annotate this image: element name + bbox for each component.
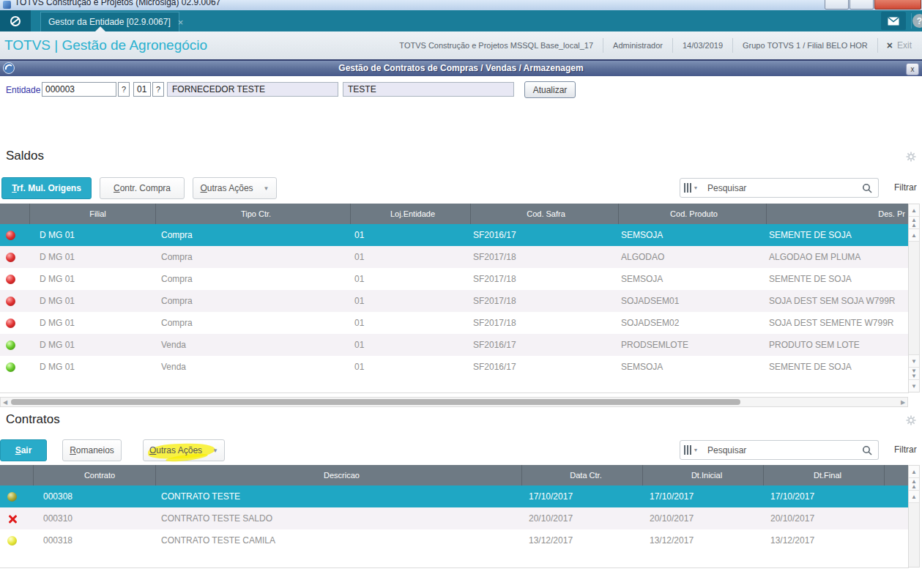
header-meta: TOTVS Construção e Projetos MSSQL Base_l…	[390, 31, 921, 59]
status-red-icon	[6, 319, 15, 328]
status-red-icon	[6, 253, 15, 262]
app-title: TOTVS | Gestão de Agronegócio	[4, 37, 207, 53]
entity-code-input[interactable]	[42, 82, 116, 97]
column-header-descricao[interactable]: Descricao	[155, 465, 521, 485]
window-title: TOTVS Construção e Projetos (Microsiga) …	[15, 0, 220, 7]
status-green-icon	[6, 340, 15, 350]
scroll-page-up-icon[interactable]: ▲▲	[909, 217, 919, 229]
exit-label: Exit	[897, 40, 912, 51]
column-header-dt-final[interactable]: Dt.Final	[763, 465, 884, 485]
app-icon	[3, 1, 11, 9]
column-header-contrato[interactable]: Contrato	[33, 465, 155, 485]
scroll-up-icon[interactable]: ▲	[909, 229, 919, 242]
scroll-left-icon[interactable]: ◀	[1, 398, 10, 406]
tab-label: Gestor da Entidade [02.9.0067]	[48, 17, 171, 27]
minimize-button[interactable]	[825, 0, 849, 10]
search-icon[interactable]	[862, 183, 872, 193]
date-label: 14/03/2019	[673, 41, 732, 50]
columns-icon	[684, 183, 691, 193]
totvs-logo-icon[interactable]	[0, 10, 31, 31]
close-window-button[interactable]	[874, 0, 921, 10]
window-titlebar: TOTVS Construção e Projetos (Microsiga) …	[0, 0, 922, 10]
saldos-grid: Filial Tipo Ctr. Loj.Entidade Cod. Safra…	[0, 204, 909, 393]
contratos-filtrar-link[interactable]: Filtrar	[894, 444, 917, 455]
table-row[interactable]: D MG 01 Venda 01 SF2016/17 PRODSEMLOTE P…	[0, 334, 908, 356]
table-row[interactable]: D MG 01 Venda 01 SF2016/17 SEMSOJA SEMEN…	[0, 356, 908, 378]
chevron-down-icon: ▼	[264, 185, 269, 192]
help-icon[interactable]: ?	[912, 14, 922, 28]
table-row[interactable]: D MG 01 Compra 01 SF2017/18 SOJADSEM01 S…	[0, 290, 908, 312]
entity-form: Entidade ? ? FORNECEDOR TESTE TESTE Atua…	[0, 76, 922, 104]
contratos-outras-acoes-button[interactable]: Outras Ações ▼	[143, 439, 225, 461]
trf-mul-origens-button[interactable]: Trf. Mul. Origens	[1, 177, 92, 199]
scroll-page-up-icon[interactable]: ▲▲	[909, 478, 919, 491]
dialog-title: Gestão de Contratos de Compras / Vendas …	[0, 63, 922, 73]
column-header-dt-inicial[interactable]: Dt.Inicial	[642, 465, 763, 485]
saldos-grid-header: Filial Tipo Ctr. Loj.Entidade Cod. Safra…	[0, 204, 908, 224]
saldos-search-input[interactable]	[702, 183, 862, 193]
saldos-vertical-scrollbar[interactable]: ▲ ▲▲ ▲ ▼ ▼▼ ▼	[908, 204, 920, 392]
maximize-button[interactable]	[849, 0, 874, 10]
table-row[interactable]: D MG 01 Compra 01 SF2017/18 ALGODAO ALGO…	[0, 246, 908, 268]
column-header[interactable]	[884, 465, 908, 485]
contr-compra-button[interactable]: Contr. Compra	[100, 177, 185, 199]
entity-store-input[interactable]	[133, 82, 151, 97]
sair-button[interactable]: Sair	[0, 439, 47, 461]
column-header[interactable]	[0, 465, 33, 485]
status-green-icon	[6, 362, 15, 372]
entity-store-lookup-button[interactable]: ?	[152, 82, 164, 97]
contratos-grid-header: Contrato Descricao Data Ctr. Dt.Inicial …	[0, 465, 908, 485]
scroll-right-icon[interactable]: ▶	[899, 398, 907, 406]
scroll-up-icon[interactable]: ▲	[909, 204, 919, 217]
scroll-down-icon[interactable]: ▼	[909, 354, 919, 367]
exit-button[interactable]: × Exit	[878, 40, 921, 51]
table-row[interactable]: 000308 CONTRATO TESTE 17/10/2017 17/10/2…	[0, 485, 908, 507]
scroll-page-down-icon[interactable]: ▼▼	[909, 367, 919, 379]
scroll-up-icon[interactable]: ▲	[909, 466, 919, 478]
romaneios-button[interactable]: Romaneios	[62, 439, 122, 461]
contratos-search-input[interactable]	[702, 445, 862, 455]
scroll-up-icon[interactable]: ▲	[909, 491, 919, 503]
column-header-loj-entidade[interactable]: Loj.Entidade	[350, 204, 470, 224]
chevron-down-icon: ▼	[212, 447, 218, 454]
scrollbar-thumb[interactable]	[11, 399, 740, 405]
chevron-down-icon: ▼	[694, 185, 699, 190]
dialog-close-button[interactable]: x	[906, 63, 919, 75]
column-header-data-ctr[interactable]: Data Ctr.	[521, 465, 642, 485]
table-row[interactable]: 000318 CONTRATO TESTE CAMILA 13/12/2017 …	[0, 529, 908, 551]
column-header-des-produto[interactable]: Des. Pr	[766, 204, 908, 224]
entity-field-label: Entidade	[6, 85, 40, 95]
contratos-gear-icon[interactable]	[906, 415, 916, 428]
dialog-titlebar: Gestão de Contratos de Compras / Vendas …	[0, 59, 922, 77]
saldos-gear-icon[interactable]	[906, 152, 916, 165]
saldos-outras-acoes-button[interactable]: Outras Ações ▼	[193, 177, 277, 199]
column-header-tipo-ctr[interactable]: Tipo Ctr.	[155, 204, 350, 224]
entity-code-lookup-button[interactable]: ?	[118, 82, 130, 97]
status-x-icon	[7, 514, 17, 524]
status-red-icon	[6, 297, 15, 306]
table-row[interactable]: 000310 CONTRATO TESTE SALDO 20/10/2017 2…	[0, 507, 908, 529]
columns-icon	[684, 445, 691, 455]
column-header-cod-produto[interactable]: Cod. Produto	[618, 204, 766, 224]
saldos-column-selector-button[interactable]: ▼	[680, 178, 702, 198]
table-row[interactable]: D MG 01 Compra 01 SF2016/17 SEMSOJA SEME…	[0, 224, 908, 246]
scroll-down-icon[interactable]: ▼	[909, 379, 919, 392]
contratos-column-selector-button[interactable]: ▼	[680, 440, 702, 460]
saldos-horizontal-scrollbar[interactable]: ◀ ▶	[0, 397, 908, 407]
atualizar-button[interactable]: Atualizar	[524, 81, 576, 98]
column-header[interactable]	[0, 204, 29, 224]
contratos-grid: Contrato Descricao Data Ctr. Dt.Inicial …	[0, 465, 909, 568]
tab-close-icon[interactable]: ×	[178, 17, 184, 28]
contratos-vertical-scrollbar[interactable]: ▲ ▲▲ ▲	[908, 465, 920, 567]
mail-button[interactable]	[881, 12, 906, 30]
status-red-icon	[6, 231, 15, 240]
entity-name-field: FORNECEDOR TESTE	[167, 82, 338, 97]
group-branch-label: Grupo TOTVS 1 / Filial BELO HOR	[733, 41, 877, 50]
table-row[interactable]: D MG 01 Compra 01 SF2017/18 SEMSOJA SEME…	[0, 268, 908, 290]
table-row[interactable]: D MG 01 Compra 01 SF2017/18 SOJADSEM02 S…	[0, 312, 908, 334]
tab-gestor-da-entidade[interactable]: Gestor da Entidade [02.9.0067] ×	[40, 12, 179, 31]
column-header-filial[interactable]: Filial	[29, 204, 155, 224]
search-icon[interactable]	[862, 445, 872, 455]
column-header-cod-safra[interactable]: Cod. Safra	[470, 204, 618, 224]
saldos-filtrar-link[interactable]: Filtrar	[894, 182, 917, 193]
